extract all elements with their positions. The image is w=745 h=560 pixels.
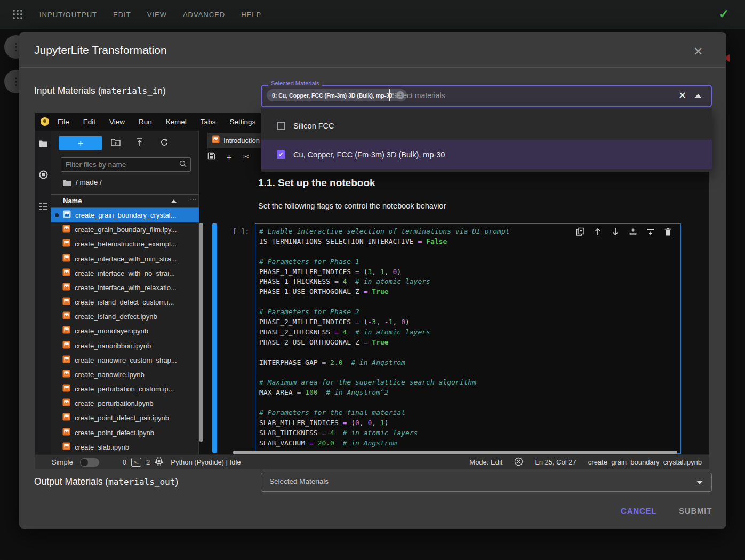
file-list-scrollbar[interactable] [199,223,203,442]
file-name: create_nanoribbon.ipynb [75,342,151,350]
material-chip[interactable]: 0: Cu, Copper, FCC (Fm-3m) 3D (Bulk), mp… [267,89,407,101]
file-item[interactable]: create_heterostructure_exampl... [51,237,199,251]
checkbox-icon[interactable]: ✓ [277,150,285,159]
add-cell-icon[interactable]: ＋ [225,151,234,163]
checkbox-icon[interactable] [277,122,285,130]
tab-introduction[interactable]: Introduction [207,133,266,148]
select-materials-input[interactable]: Select materials [392,91,445,100]
file-item[interactable]: create_perturbation_custom.ip... [51,382,199,396]
breadcrumb[interactable]: / made / [76,178,102,186]
new-folder-icon[interactable] [111,138,121,148]
files-icon[interactable] [39,140,47,149]
simple-mode-toggle[interactable] [80,458,99,467]
duplicate-icon[interactable] [576,227,584,236]
topbar-menu-view[interactable]: VIEW [147,11,167,19]
jupyter-menu-edit[interactable]: Edit [83,118,95,126]
save-icon[interactable] [207,152,215,162]
material-option-silicon-fcc[interactable]: Silicon FCC [261,112,712,140]
horizontal-scrollbar[interactable] [233,451,677,454]
jupyter-menu-kernel[interactable]: Kernel [166,118,187,126]
file-item[interactable]: create_interface_with_no_strai... [51,266,199,281]
shield-x-icon[interactable] [514,457,523,468]
file-item[interactable]: create_slab.ipynb [51,440,199,454]
file-item[interactable]: create_island_defect_custom.i... [51,295,199,309]
close-icon[interactable]: ✕ [693,45,703,59]
toc-icon[interactable] [39,203,48,212]
file-item[interactable]: create_grain_boundary_film.ipy... [51,222,199,237]
cut-icon[interactable]: ✂ [243,152,250,162]
topbar-menu-help[interactable]: HELP [241,11,261,19]
kernel-status[interactable]: Python (Pyodide) | Idle [171,458,241,466]
file-item[interactable]: create_interface_with_min_stra... [51,252,199,266]
clear-icon[interactable]: ✕ [678,90,686,101]
file-item[interactable]: create_nanowire.ipynb [51,367,199,382]
file-item[interactable]: create_point_defect.ipynb [51,426,199,440]
cell-prompt: [ ]: [233,227,249,235]
jupyter-menu-view[interactable]: View [109,118,125,126]
file-item[interactable]: create_nanowire_custom_shap... [51,353,199,367]
material-option-cu-copper[interactable]: ✓ Cu, Copper, FCC (Fm-3m) 3D (Bulk), mp-… [261,140,712,169]
move-up-icon[interactable] [594,227,602,236]
active-cell-collapser[interactable] [212,223,217,453]
insert-below-icon[interactable] [646,227,655,236]
notebook-icon [62,254,70,264]
notebook-icon [62,398,70,409]
insert-above-icon[interactable] [629,227,637,236]
file-item[interactable]: create_interface_with_relaxatio... [51,281,199,295]
header-more-icon: ⋯ [190,195,197,203]
delete-icon[interactable] [664,227,672,236]
file-name: create_perturbation_custom.ip... [75,385,174,393]
refresh-icon[interactable] [160,138,169,149]
topbar-menu-edit[interactable]: EDIT [113,11,131,19]
output-materials-label: Output Materials (materials_out) [34,476,178,487]
code-line: # Enable interactive selection of termin… [259,227,510,237]
folder-icon[interactable] [63,179,71,189]
terminal-icon: $_ [131,458,141,467]
code-line: PHASE_1_THICKNESS = 4 # in atomic layers [259,277,510,287]
file-name: create_point_defect_pair.ipynb [75,414,169,422]
kernel-chip-icon [155,457,163,467]
cursor-position[interactable]: Ln 25, Col 27 [535,458,576,466]
running-sessions-icon[interactable] [39,170,48,181]
jupyter-menu-tabs[interactable]: Tabs [201,118,216,126]
file-item[interactable]: create_point_defect_pair.ipynb [51,411,199,425]
topbar-menu-input-output[interactable]: INPUT/OUTPUT [39,11,97,19]
notebook-icon [63,210,71,220]
submit-button[interactable]: SUBMIT [679,506,712,515]
file-list: create_grain_boundary_crystal...create_g… [51,208,199,454]
jupyter-menu-file[interactable]: File [58,118,69,126]
file-item[interactable]: create_monolayer.ipynb [51,324,199,338]
notebook-icon [62,268,70,278]
file-item[interactable]: create_island_defect.ipynb [51,309,199,324]
unsaved-dot-icon [55,213,59,217]
code-line: PHASE_2_USE_ORTHOGONAL_Z = True [259,338,510,348]
confirm-check-icon[interactable]: ✓ [719,7,729,21]
kernel-count[interactable]: 2 [146,458,150,466]
move-down-icon[interactable] [611,227,620,236]
cell-toolbar [576,227,672,236]
collapse-caret-icon[interactable] [695,94,701,98]
name-column-header[interactable]: Name [63,197,82,205]
lightbulb-icon[interactable] [41,117,49,126]
file-item[interactable]: create_nanoribbon.ipynb [51,339,199,353]
code-line: # Parameters for Phase 1 [259,257,510,267]
markdown-paragraph: Set the following flags to control the n… [258,202,446,210]
file-item[interactable]: create_grain_boundary_crystal... [51,208,199,222]
new-launcher-button[interactable]: ＋ [59,136,102,150]
notebook-icon [62,370,70,380]
jupyter-menu-run[interactable]: Run [139,118,152,126]
topbar-menu-advanced[interactable]: ADVANCED [183,11,225,19]
search-icon [179,160,187,170]
notebook-icon [62,326,70,336]
apps-grid-icon [12,9,23,20]
upload-icon[interactable] [135,138,144,149]
code-editor[interactable]: # Enable interactive selection of termin… [259,227,510,449]
terminal-count[interactable]: 0 [123,458,126,466]
file-name: create_nanowire_custom_shap... [75,356,177,364]
code-line [259,297,510,307]
file-name: create_perturbation.ipynb [75,399,153,407]
jupyter-status-bar: Simple 0 $_ 2 Python (Pyodide) | Idle Mo… [35,454,709,469]
jupyter-menu-settings[interactable]: Settings [229,118,255,126]
file-item[interactable]: create_perturbation.ipynb [51,396,199,411]
cancel-button[interactable]: CANCEL [621,506,656,515]
